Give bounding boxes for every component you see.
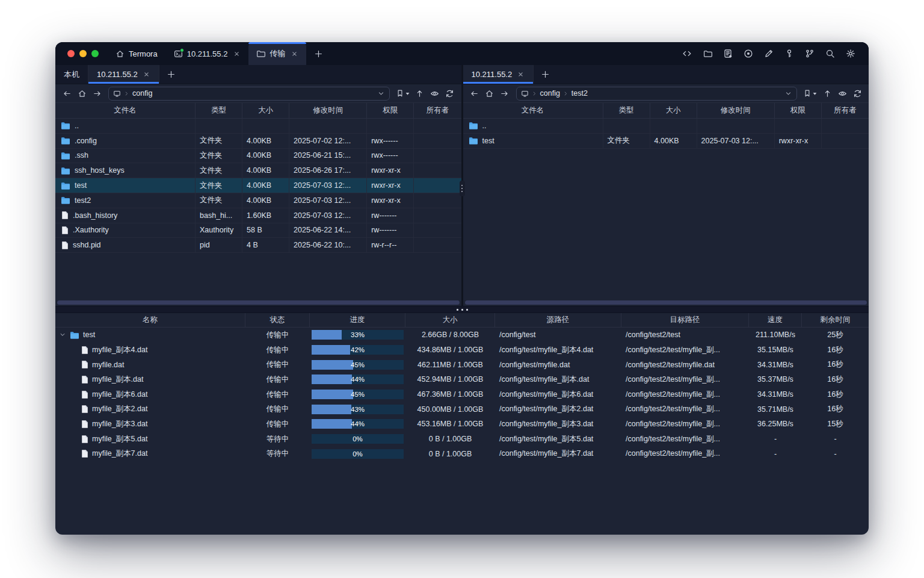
close-tab-icon[interactable] [517,70,525,78]
panel-splitter[interactable] [461,65,463,306]
transfer-row[interactable]: myfile_副本7.dat 等待中 0% 0 B / 1.00GB /conf… [55,447,869,462]
file-row[interactable]: test 文件夹 4.00KB 2025-07-03 12:... rwxr-x… [55,178,461,193]
left-horizontal-scrollbar[interactable] [55,299,461,306]
transfer-row[interactable]: myfile_副本5.dat 等待中 0% 0 B / 1.00GB /conf… [55,432,869,447]
bookmark-button[interactable] [395,89,411,98]
file-row[interactable]: test2 文件夹 4.00KB 2025-07-03 12:... rwxr-… [55,193,461,208]
breadcrumb-item[interactable]: config [132,89,152,98]
doc-button[interactable] [721,46,735,61]
column-header[interactable]: 所有者 [414,103,461,118]
column-header[interactable]: 权限 [367,103,414,118]
transfer-target-path: /config/test2/test/myfile.dat [621,361,749,369]
transfer-name: test [83,331,95,339]
file-row[interactable]: test 文件夹 4.00KB 2025-07-03 12:... rwxr-x… [463,134,869,149]
column-header[interactable]: 权限 [775,103,822,118]
right-breadcrumb[interactable]: configtest2 [516,87,798,101]
column-header[interactable]: 类型 [603,103,650,118]
file-row[interactable]: .ssh 文件夹 4.00KB 2025-06-21 15:... rwx---… [55,149,461,164]
column-header[interactable]: 文件名 [463,103,603,118]
column-header[interactable]: 大小 [650,103,697,118]
gear-button[interactable] [843,46,858,61]
zoom-window-button[interactable] [91,50,99,57]
back-button[interactable] [468,87,481,100]
transfer-splitter[interactable] [55,306,869,313]
transfer-row[interactable]: test 传输中 33% 2.66GB / 8.00GB /config/tes… [55,328,869,343]
new-tab-button[interactable] [306,42,331,65]
add-panel-tab-button[interactable] [534,65,557,84]
pencil-button[interactable] [762,46,776,61]
file-row[interactable]: ssh_host_keys 文件夹 4.00KB 2025-06-26 17:.… [55,163,461,178]
forward-button[interactable] [498,87,511,100]
titlebar-tab-transfer[interactable]: 传输 [248,42,306,65]
home-button[interactable] [75,87,88,100]
column-header[interactable]: 目标路径 [621,313,749,327]
close-window-button[interactable] [67,50,75,57]
file-row[interactable]: sshd.pid pid 4 B 2025-06-22 10:... rw-r-… [55,238,461,253]
column-header[interactable]: 大小 [405,313,495,327]
column-header[interactable]: 名称 [55,313,245,327]
transfer-row[interactable]: myfile_副本6.dat 传输中 45% 467.36MB / 1.00GB… [55,387,869,402]
folder-outline-button[interactable] [700,46,715,61]
splitter-grip-icon[interactable] [460,181,465,196]
key-button[interactable] [782,46,796,61]
file-row[interactable]: .config 文件夹 4.00KB 2025-07-02 12:... rwx… [55,134,461,149]
forward-button[interactable] [90,87,103,100]
right-horizontal-scrollbar[interactable] [463,299,869,306]
transfer-row[interactable]: myfile_副本.dat 传输中 44% 452.94MB / 1.00GB … [55,372,869,387]
app-home-tab[interactable]: Termora [107,42,166,65]
refresh-button[interactable] [851,87,864,100]
column-header[interactable]: 类型 [196,103,242,118]
show-hidden-button[interactable] [428,87,442,100]
close-tab-icon[interactable] [291,50,298,58]
column-header[interactable]: 源路径 [495,313,621,327]
tab-remote-host[interactable]: 10.211.55.2 [88,65,159,84]
tab-remote-host[interactable]: 10.211.55.2 [463,65,534,84]
column-header[interactable]: 文件名 [55,103,196,118]
expand-chevron-icon[interactable] [59,331,66,338]
file-row[interactable]: .bash_history bash_hi... 1.60KB 2025-07-… [55,208,461,223]
column-header[interactable]: 剩余时间 [802,313,869,327]
search-button[interactable] [823,46,837,61]
transfer-row[interactable]: myfile_副本2.dat 传输中 43% 450.00MB / 1.00GB… [55,402,869,417]
column-header[interactable]: 进度 [310,313,405,327]
close-tab-icon[interactable] [143,70,150,78]
column-header[interactable]: 速度 [749,313,802,327]
column-header[interactable]: 状态 [245,313,310,327]
transfer-row[interactable]: myfile_副本3.dat 传输中 44% 453.16MB / 1.00GB… [55,417,869,432]
column-header[interactable]: 修改时间 [289,103,367,118]
tab-local[interactable]: 本机 [55,65,88,84]
minimize-window-button[interactable] [79,50,87,57]
show-hidden-button[interactable] [836,87,849,100]
file-row[interactable]: .. [55,119,461,134]
terminal-icon [174,49,183,58]
close-tab-icon[interactable] [233,50,241,58]
parent-dir-button[interactable] [413,87,427,100]
file-type [603,119,650,133]
parent-dir-button[interactable] [821,87,834,100]
breadcrumb-item[interactable]: config [540,89,560,98]
file-row[interactable]: .. [463,119,869,134]
back-button[interactable] [60,87,73,100]
search-icon [825,49,835,58]
scrollbar-thumb[interactable] [465,300,867,305]
record-button[interactable] [741,46,756,61]
chevron-down-icon[interactable] [377,90,385,98]
column-header[interactable]: 所有者 [822,103,869,118]
file-row[interactable]: .Xauthority Xauthority 58 B 2025-06-22 1… [55,223,461,238]
chevron-down-icon[interactable] [784,90,792,98]
transfer-row[interactable]: myfile.dat 传输中 45% 462.11MB / 1.00GB /co… [55,357,869,372]
branch-button[interactable] [802,46,817,61]
home-button[interactable] [483,87,496,100]
scrollbar-thumb[interactable] [57,300,460,305]
code-button[interactable] [680,46,694,61]
column-header[interactable]: 修改时间 [697,103,775,118]
transfer-row[interactable]: myfile_副本4.dat 传输中 42% 434.86MB / 1.00GB… [55,343,869,358]
right-panel-tabs: 10.211.55.2 [463,65,869,84]
bookmark-button[interactable] [802,89,819,98]
column-header[interactable]: 大小 [242,103,289,118]
breadcrumb-item[interactable]: test2 [571,89,588,98]
left-breadcrumb[interactable]: config [108,87,390,101]
add-panel-tab-button[interactable] [159,65,183,84]
titlebar-tab-host[interactable]: 10.211.55.2 [166,42,249,65]
refresh-button[interactable] [443,87,457,100]
